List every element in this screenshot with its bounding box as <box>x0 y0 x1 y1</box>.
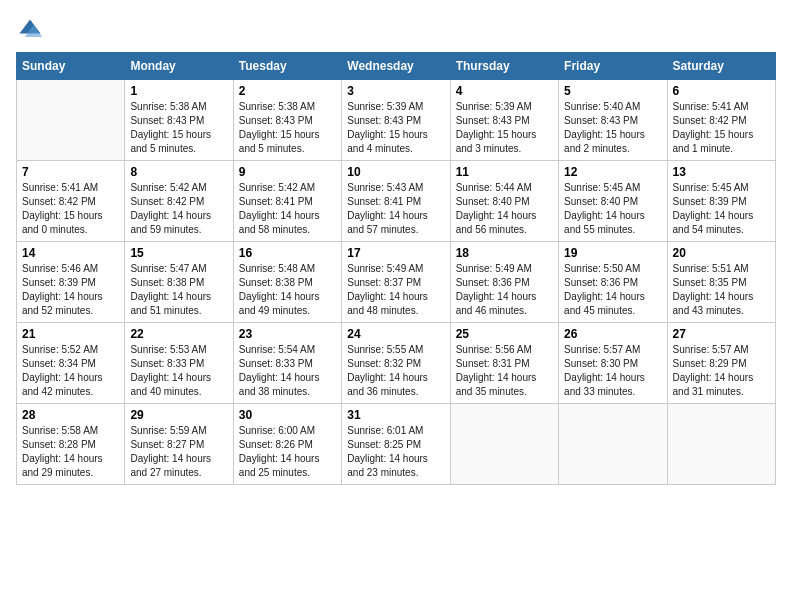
calendar-cell: 19Sunrise: 5:50 AMSunset: 8:36 PMDayligh… <box>559 242 667 323</box>
day-info: Sunrise: 5:46 AMSunset: 8:39 PMDaylight:… <box>22 262 119 318</box>
calendar-cell: 3Sunrise: 5:39 AMSunset: 8:43 PMDaylight… <box>342 80 450 161</box>
day-number: 29 <box>130 408 227 422</box>
weekday-header-sunday: Sunday <box>17 53 125 80</box>
day-info: Sunrise: 5:57 AMSunset: 8:29 PMDaylight:… <box>673 343 770 399</box>
day-number: 17 <box>347 246 444 260</box>
day-number: 22 <box>130 327 227 341</box>
weekday-header-thursday: Thursday <box>450 53 558 80</box>
day-info: Sunrise: 5:49 AMSunset: 8:36 PMDaylight:… <box>456 262 553 318</box>
day-number: 10 <box>347 165 444 179</box>
calendar-cell <box>17 80 125 161</box>
day-info: Sunrise: 5:48 AMSunset: 8:38 PMDaylight:… <box>239 262 336 318</box>
page-header <box>16 16 776 44</box>
day-number: 6 <box>673 84 770 98</box>
day-number: 19 <box>564 246 661 260</box>
day-number: 25 <box>456 327 553 341</box>
day-info: Sunrise: 5:50 AMSunset: 8:36 PMDaylight:… <box>564 262 661 318</box>
day-number: 9 <box>239 165 336 179</box>
calendar-cell <box>450 404 558 485</box>
day-info: Sunrise: 5:55 AMSunset: 8:32 PMDaylight:… <box>347 343 444 399</box>
day-number: 7 <box>22 165 119 179</box>
calendar-cell: 18Sunrise: 5:49 AMSunset: 8:36 PMDayligh… <box>450 242 558 323</box>
day-number: 23 <box>239 327 336 341</box>
day-number: 5 <box>564 84 661 98</box>
day-number: 26 <box>564 327 661 341</box>
day-number: 21 <box>22 327 119 341</box>
calendar-cell: 7Sunrise: 5:41 AMSunset: 8:42 PMDaylight… <box>17 161 125 242</box>
day-info: Sunrise: 5:41 AMSunset: 8:42 PMDaylight:… <box>673 100 770 156</box>
day-number: 28 <box>22 408 119 422</box>
day-info: Sunrise: 5:58 AMSunset: 8:28 PMDaylight:… <box>22 424 119 480</box>
logo <box>16 16 48 44</box>
day-info: Sunrise: 5:53 AMSunset: 8:33 PMDaylight:… <box>130 343 227 399</box>
calendar-cell: 26Sunrise: 5:57 AMSunset: 8:30 PMDayligh… <box>559 323 667 404</box>
day-info: Sunrise: 5:45 AMSunset: 8:40 PMDaylight:… <box>564 181 661 237</box>
day-info: Sunrise: 5:57 AMSunset: 8:30 PMDaylight:… <box>564 343 661 399</box>
calendar-cell: 1Sunrise: 5:38 AMSunset: 8:43 PMDaylight… <box>125 80 233 161</box>
day-info: Sunrise: 5:43 AMSunset: 8:41 PMDaylight:… <box>347 181 444 237</box>
weekday-header-friday: Friday <box>559 53 667 80</box>
day-number: 13 <box>673 165 770 179</box>
day-number: 2 <box>239 84 336 98</box>
day-info: Sunrise: 5:51 AMSunset: 8:35 PMDaylight:… <box>673 262 770 318</box>
day-info: Sunrise: 5:59 AMSunset: 8:27 PMDaylight:… <box>130 424 227 480</box>
day-info: Sunrise: 5:42 AMSunset: 8:41 PMDaylight:… <box>239 181 336 237</box>
day-number: 15 <box>130 246 227 260</box>
day-number: 20 <box>673 246 770 260</box>
day-number: 4 <box>456 84 553 98</box>
calendar-cell: 29Sunrise: 5:59 AMSunset: 8:27 PMDayligh… <box>125 404 233 485</box>
day-info: Sunrise: 5:38 AMSunset: 8:43 PMDaylight:… <box>130 100 227 156</box>
day-number: 12 <box>564 165 661 179</box>
day-info: Sunrise: 5:45 AMSunset: 8:39 PMDaylight:… <box>673 181 770 237</box>
logo-icon <box>16 16 44 44</box>
weekday-header-wednesday: Wednesday <box>342 53 450 80</box>
day-number: 31 <box>347 408 444 422</box>
day-number: 27 <box>673 327 770 341</box>
calendar-cell: 28Sunrise: 5:58 AMSunset: 8:28 PMDayligh… <box>17 404 125 485</box>
day-info: Sunrise: 6:01 AMSunset: 8:25 PMDaylight:… <box>347 424 444 480</box>
day-number: 14 <box>22 246 119 260</box>
calendar-cell: 25Sunrise: 5:56 AMSunset: 8:31 PMDayligh… <box>450 323 558 404</box>
day-info: Sunrise: 5:56 AMSunset: 8:31 PMDaylight:… <box>456 343 553 399</box>
day-number: 16 <box>239 246 336 260</box>
day-number: 24 <box>347 327 444 341</box>
day-info: Sunrise: 5:49 AMSunset: 8:37 PMDaylight:… <box>347 262 444 318</box>
calendar-cell: 9Sunrise: 5:42 AMSunset: 8:41 PMDaylight… <box>233 161 341 242</box>
calendar-cell: 13Sunrise: 5:45 AMSunset: 8:39 PMDayligh… <box>667 161 775 242</box>
day-number: 30 <box>239 408 336 422</box>
day-number: 18 <box>456 246 553 260</box>
day-info: Sunrise: 5:41 AMSunset: 8:42 PMDaylight:… <box>22 181 119 237</box>
calendar-cell: 31Sunrise: 6:01 AMSunset: 8:25 PMDayligh… <box>342 404 450 485</box>
day-info: Sunrise: 5:47 AMSunset: 8:38 PMDaylight:… <box>130 262 227 318</box>
calendar-cell <box>559 404 667 485</box>
day-info: Sunrise: 5:38 AMSunset: 8:43 PMDaylight:… <box>239 100 336 156</box>
calendar-cell: 14Sunrise: 5:46 AMSunset: 8:39 PMDayligh… <box>17 242 125 323</box>
calendar-cell: 23Sunrise: 5:54 AMSunset: 8:33 PMDayligh… <box>233 323 341 404</box>
calendar-cell: 27Sunrise: 5:57 AMSunset: 8:29 PMDayligh… <box>667 323 775 404</box>
calendar-cell: 30Sunrise: 6:00 AMSunset: 8:26 PMDayligh… <box>233 404 341 485</box>
calendar-cell: 5Sunrise: 5:40 AMSunset: 8:43 PMDaylight… <box>559 80 667 161</box>
calendar-cell <box>667 404 775 485</box>
calendar-cell: 15Sunrise: 5:47 AMSunset: 8:38 PMDayligh… <box>125 242 233 323</box>
weekday-header-saturday: Saturday <box>667 53 775 80</box>
calendar-cell: 6Sunrise: 5:41 AMSunset: 8:42 PMDaylight… <box>667 80 775 161</box>
calendar-cell: 17Sunrise: 5:49 AMSunset: 8:37 PMDayligh… <box>342 242 450 323</box>
day-info: Sunrise: 5:52 AMSunset: 8:34 PMDaylight:… <box>22 343 119 399</box>
day-number: 8 <box>130 165 227 179</box>
calendar-cell: 10Sunrise: 5:43 AMSunset: 8:41 PMDayligh… <box>342 161 450 242</box>
day-number: 3 <box>347 84 444 98</box>
day-number: 11 <box>456 165 553 179</box>
calendar-cell: 24Sunrise: 5:55 AMSunset: 8:32 PMDayligh… <box>342 323 450 404</box>
day-info: Sunrise: 5:39 AMSunset: 8:43 PMDaylight:… <box>456 100 553 156</box>
day-info: Sunrise: 6:00 AMSunset: 8:26 PMDaylight:… <box>239 424 336 480</box>
calendar-cell: 20Sunrise: 5:51 AMSunset: 8:35 PMDayligh… <box>667 242 775 323</box>
calendar-cell: 4Sunrise: 5:39 AMSunset: 8:43 PMDaylight… <box>450 80 558 161</box>
day-info: Sunrise: 5:42 AMSunset: 8:42 PMDaylight:… <box>130 181 227 237</box>
weekday-header-tuesday: Tuesday <box>233 53 341 80</box>
calendar-table: SundayMondayTuesdayWednesdayThursdayFrid… <box>16 52 776 485</box>
calendar-cell: 2Sunrise: 5:38 AMSunset: 8:43 PMDaylight… <box>233 80 341 161</box>
calendar-cell: 22Sunrise: 5:53 AMSunset: 8:33 PMDayligh… <box>125 323 233 404</box>
weekday-header-monday: Monday <box>125 53 233 80</box>
day-number: 1 <box>130 84 227 98</box>
calendar-cell: 16Sunrise: 5:48 AMSunset: 8:38 PMDayligh… <box>233 242 341 323</box>
